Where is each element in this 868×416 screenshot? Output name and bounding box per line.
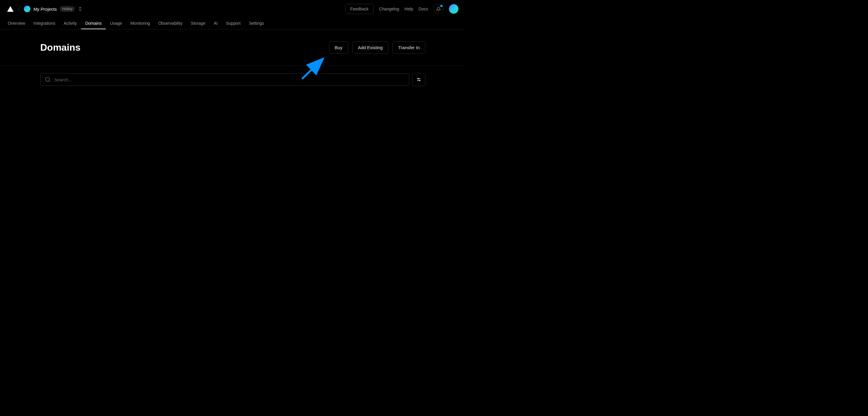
tab-observability[interactable]: Observability: [154, 18, 187, 29]
bell-icon: [436, 6, 441, 11]
user-avatar[interactable]: [449, 4, 459, 14]
notification-indicator: [440, 5, 443, 7]
tab-domains[interactable]: Domains: [81, 18, 106, 29]
page-header: Domains Buy Add Existing Transfer In: [0, 30, 466, 66]
svg-point-5: [419, 80, 420, 81]
page-title: Domains: [40, 42, 81, 53]
add-existing-button[interactable]: Add Existing: [352, 41, 389, 54]
svg-point-4: [417, 78, 418, 79]
tab-support[interactable]: Support: [222, 18, 245, 29]
app-header: / My Projects Hobby Feedback Changelog H…: [0, 0, 466, 18]
sliders-icon: [416, 77, 422, 82]
tab-usage[interactable]: Usage: [106, 18, 126, 29]
tab-overview[interactable]: Overview: [4, 18, 29, 29]
search-container: [40, 73, 409, 86]
nav-tabs: Overview Integrations Activity Domains U…: [0, 18, 466, 30]
tab-settings[interactable]: Settings: [245, 18, 268, 29]
tab-monitoring[interactable]: Monitoring: [126, 18, 154, 29]
search-input[interactable]: [54, 77, 405, 82]
tab-ai[interactable]: AI: [210, 18, 222, 29]
svg-point-0: [45, 77, 50, 82]
vercel-logo[interactable]: [7, 6, 14, 12]
tab-storage[interactable]: Storage: [187, 18, 210, 29]
svg-line-1: [49, 81, 50, 82]
action-buttons: Buy Add Existing Transfer In: [329, 41, 425, 54]
team-name: My Projects: [33, 6, 57, 12]
team-avatar: [24, 6, 30, 12]
docs-link[interactable]: Docs: [418, 6, 428, 11]
filter-button[interactable]: [412, 73, 425, 86]
help-link[interactable]: Help: [404, 6, 413, 11]
tab-activity[interactable]: Activity: [60, 18, 81, 29]
notifications-button[interactable]: [433, 4, 443, 14]
team-selector[interactable]: My Projects Hobby: [24, 6, 83, 12]
team-switcher-icon[interactable]: [78, 6, 83, 11]
buy-button[interactable]: Buy: [329, 41, 348, 54]
tab-integrations[interactable]: Integrations: [29, 18, 59, 29]
plan-badge: Hobby: [60, 6, 75, 12]
header-left: / My Projects Hobby: [7, 5, 83, 13]
changelog-link[interactable]: Changelog: [379, 6, 399, 11]
header-right: Feedback Changelog Help Docs: [345, 4, 459, 14]
transfer-in-button[interactable]: Transfer In: [393, 41, 425, 54]
search-icon: [45, 76, 51, 83]
breadcrumb-separator: /: [17, 5, 21, 13]
feedback-button[interactable]: Feedback: [345, 4, 373, 14]
search-section: [0, 66, 466, 93]
